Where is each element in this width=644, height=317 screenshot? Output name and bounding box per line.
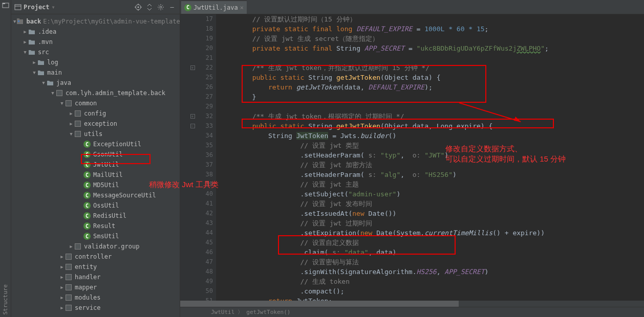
package-icon: [74, 109, 82, 118]
tree-item-messagesourceutil[interactable]: CMessageSourceUtil: [11, 190, 180, 200]
tree-item-java[interactable]: ▼java: [11, 78, 180, 88]
gear-icon[interactable]: [156, 3, 165, 12]
tree-item-config[interactable]: ▶config: [11, 108, 180, 119]
scrollbar-thumb[interactable]: [180, 301, 459, 307]
tree-item--mvn[interactable]: ▶.mvn: [11, 37, 180, 47]
breadcrumb[interactable]: JwtUtil 〉 getJwtToken(): [180, 307, 644, 317]
horizontal-scrollbar[interactable]: [180, 301, 644, 307]
tree-label: .mvn: [38, 38, 53, 46]
tree-arrow-icon[interactable]: ▶: [59, 285, 65, 290]
tree-arrow-icon[interactable]: ▶: [59, 264, 65, 269]
tree-item-exception[interactable]: ▶exception: [11, 119, 180, 129]
fold-icon[interactable]: −: [190, 124, 195, 128]
tree-arrow-icon[interactable]: ▶: [32, 60, 37, 65]
tree-item-common[interactable]: ▼common: [11, 98, 180, 108]
tree-arrow-icon[interactable]: ▼: [69, 131, 74, 137]
tree-item-md5util[interactable]: CMD5Util: [11, 180, 180, 190]
tree-label: MessageSourceUtil: [93, 192, 156, 199]
hide-icon[interactable]: —: [167, 3, 177, 12]
tree-arrow-icon[interactable]: ▶: [23, 39, 28, 44]
tree-arrow-icon[interactable]: ▶: [59, 305, 65, 310]
tree-item-redisutil[interactable]: CRedisUtil: [11, 211, 180, 221]
line-number: 25: [201, 73, 213, 82]
chevron-down-icon[interactable]: ▾: [52, 4, 55, 11]
line-number: 32: [201, 111, 213, 121]
class-icon: C: [83, 161, 91, 169]
tree-arrow-icon[interactable]: ▶: [59, 275, 65, 280]
package-icon: [74, 242, 82, 251]
tree-arrow-icon[interactable]: ▶: [69, 244, 74, 249]
tree-arrow-icon[interactable]: ▼: [32, 70, 37, 75]
tree-item-ossutil[interactable]: COssUtil: [11, 200, 180, 211]
tree-arrow-icon[interactable]: ▶: [69, 121, 74, 126]
tree-item-gsonutil[interactable]: CGsonUtil: [11, 149, 180, 160]
tree-label: log: [47, 59, 58, 66]
tree-item-main[interactable]: ▼main: [11, 67, 180, 78]
class-icon: C: [83, 191, 91, 199]
tree-item-handler[interactable]: ▶handler: [11, 272, 180, 282]
tree-arrow-icon[interactable]: ▼: [50, 90, 55, 96]
tree-label: OssUtil: [93, 202, 119, 209]
tree-label: RedisUtil: [93, 212, 126, 219]
project-path: E:\myProject\myGit\admin-vue-template\ba…: [43, 18, 180, 25]
line-number: 39: [201, 179, 213, 189]
code-area[interactable]: // 设置默认过期时间（15 分钟） private static final …: [216, 14, 644, 307]
tree-item-service[interactable]: ▶service: [11, 303, 180, 313]
tree-label: com.lyh.admin_template.back: [66, 89, 165, 97]
breadcrumb-method: getJwtToken(): [246, 309, 290, 315]
fold-icon[interactable]: +: [190, 114, 195, 119]
tab-jwtutil[interactable]: C JwtUtil.java ×: [181, 1, 247, 14]
line-number: 46: [201, 247, 213, 257]
tree-label: validator.group: [84, 243, 139, 250]
tree-item-smsutil[interactable]: CSmsUtil: [11, 231, 180, 241]
tree-item-entity[interactable]: ▶entity: [11, 262, 180, 272]
class-icon: C: [83, 171, 91, 179]
tree-item-src[interactable]: ▼src: [11, 47, 180, 57]
tree-label: config: [84, 110, 106, 117]
structure-label[interactable]: Structure: [2, 282, 9, 317]
tree-root[interactable]: ▼ back E:\myProject\myGit\admin-vue-temp…: [11, 16, 180, 27]
tree-item-mapper[interactable]: ▶mapper: [11, 282, 180, 292]
tree-item-validator-group[interactable]: ▶validator.group: [11, 241, 180, 252]
line-number: 41: [201, 199, 213, 209]
tree-item-modules[interactable]: ▶modules: [11, 292, 180, 303]
expand-all-icon[interactable]: [145, 3, 154, 12]
tree-arrow-icon[interactable]: ▶: [59, 295, 65, 300]
tree-item-mailutil[interactable]: CMailUtil: [11, 170, 180, 180]
class-icon: C: [83, 212, 91, 220]
line-number: 42: [201, 209, 213, 218]
sidebar-header: Project ▾ —: [11, 0, 180, 14]
class-icon: C: [184, 4, 191, 11]
tree-arrow-icon[interactable]: ▼: [59, 101, 65, 106]
editor-tabs: C JwtUtil.java ×: [180, 0, 644, 14]
tree-label: ExceptionUtil: [93, 141, 141, 148]
line-number: 40: [201, 189, 213, 199]
fold-icon[interactable]: +: [190, 65, 195, 70]
sidebar-title[interactable]: Project: [24, 4, 50, 11]
tab-label: JwtUtil.java: [194, 4, 238, 11]
tree-arrow-icon[interactable]: ▼: [23, 50, 28, 55]
line-number: 22: [201, 63, 213, 73]
tree-item-controller[interactable]: ▶controller: [11, 252, 180, 262]
project-sidebar: Project ▾ — ▼ back E:\myProject\myGit\ad…: [11, 0, 180, 317]
close-icon[interactable]: ×: [240, 4, 244, 11]
tree-item-result[interactable]: CResult: [11, 221, 180, 231]
locate-icon[interactable]: [134, 3, 143, 12]
folder-icon: [28, 48, 36, 56]
package-icon: [65, 263, 73, 271]
tree-item-log[interactable]: ▶log: [11, 57, 180, 67]
tree-arrow-icon[interactable]: ▼: [41, 80, 46, 85]
tree-arrow-icon[interactable]: ▶: [23, 29, 28, 34]
tree-item--idea[interactable]: ▶.idea: [11, 27, 180, 37]
tree-arrow-icon[interactable]: ▶: [69, 111, 74, 116]
tree-item-exceptionutil[interactable]: CExceptionUtil: [11, 139, 180, 149]
chevron-right-icon: 〉: [238, 308, 243, 316]
tree-arrow-icon[interactable]: ▶: [59, 254, 65, 259]
tree-item-com-lyh-admin-template-back[interactable]: ▼com.lyh.admin_template.back: [11, 88, 180, 98]
tree-item-jwtutil[interactable]: CJwtUtil: [11, 160, 180, 170]
editor-area: C JwtUtil.java × ++−− 171819202122252627…: [180, 0, 644, 317]
tree-item-utils[interactable]: ▼utils: [11, 129, 180, 139]
project-tool-icon[interactable]: [2, 1, 10, 9]
folder-icon: [46, 79, 54, 87]
folder-icon: [37, 58, 45, 66]
